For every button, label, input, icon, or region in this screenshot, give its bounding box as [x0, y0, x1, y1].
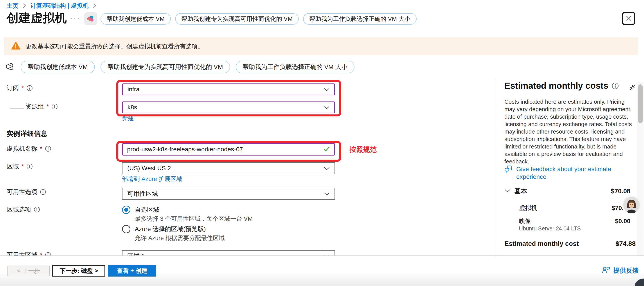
chevron-down-icon — [504, 189, 510, 193]
cost-panel-header: Estimated monthly costs — [504, 81, 619, 91]
create-new-resource-group-link[interactable]: 新建 — [122, 114, 134, 122]
radio-selected-icon — [122, 206, 130, 214]
copilot-outline-icon — [5, 62, 15, 73]
chevron-right-icon — [22, 3, 26, 9]
instance-details-section-title: 实例详细信息 — [6, 129, 48, 138]
radio-azure-selected-zones[interactable]: Azure 选择的区域(预览版) — [122, 225, 206, 233]
chevron-right-icon — [93, 3, 96, 9]
subscription-dropdown[interactable]: infra — [122, 84, 335, 95]
cost-group-label: 基本 — [514, 187, 527, 195]
cost-group-value: $70.08 — [611, 188, 630, 195]
collapse-panel-button[interactable] — [628, 84, 636, 92]
cost-panel-divider — [496, 236, 644, 236]
chevron-down-icon — [324, 190, 330, 197]
annotation-follow-convention: 按照规范 — [350, 145, 377, 154]
cost-row-image: 映像 $0.00 — [519, 217, 630, 225]
cost-group-row[interactable]: 基本 $70.08 — [504, 187, 630, 195]
page-title: 创建虚拟机 — [6, 10, 67, 26]
info-icon[interactable] — [40, 189, 46, 195]
assistant-avatar[interactable] — [622, 196, 640, 214]
vm-name-label: 虚拟机名称 * — [6, 145, 51, 153]
region-value: (US) West US 2 — [127, 165, 171, 172]
region-dropdown[interactable]: (US) West US 2 — [122, 162, 335, 174]
warning-banner: 更改基本选项可能会重置所做的选择。创建虚拟机前查看所有选项。 — [4, 37, 638, 55]
chip-right-vm-size[interactable]: 帮助我为工作负载选择正确的 VM 大小 — [303, 13, 416, 25]
resource-group-value: k8s — [128, 104, 137, 111]
collapse-icon — [629, 84, 636, 92]
required-asterisk: * — [22, 163, 24, 170]
give-feedback-link[interactable]: 提供反馈 — [602, 266, 639, 275]
vm-name-field — [122, 143, 335, 156]
zone-options-label: 区域选项 — [6, 205, 40, 214]
chevron-down-icon — [324, 165, 330, 172]
info-icon[interactable] — [52, 103, 58, 110]
cost-panel-scrollbar[interactable] — [638, 84, 643, 123]
radio-unselected-icon — [122, 225, 130, 233]
subscription-value: infra — [128, 86, 140, 93]
resource-group-label: 资源组 * — [26, 102, 58, 111]
feedback-bubbles-icon — [504, 165, 513, 175]
chip-high-availability-vm[interactable]: 帮助我创建专为实现高可用性而优化的 VM — [100, 61, 230, 73]
copilot-suggestion-chips: 帮助我创建低成本 VM 帮助我创建专为实现高可用性而优化的 VM 帮助我为工作负… — [100, 13, 416, 25]
info-icon[interactable] — [34, 206, 40, 213]
next-step-disks-button[interactable]: 下一步: 磁盘 > — [52, 265, 105, 276]
info-icon[interactable] — [26, 85, 33, 91]
info-icon[interactable] — [612, 82, 619, 89]
estimate-feedback-text: Give feedback about your estimate experi… — [516, 165, 629, 181]
chevron-down-icon — [324, 104, 330, 111]
availability-options-value: 可用性区域 — [127, 190, 158, 198]
cost-total-row: Estimated monthly cost $74.88 — [504, 240, 636, 247]
copilot-button[interactable] — [84, 12, 97, 25]
valid-check-icon — [323, 146, 330, 152]
copilot-icon — [86, 14, 95, 23]
panel-divider — [496, 80, 496, 255]
subscription-label: 订阅 * — [6, 84, 33, 92]
close-button[interactable] — [622, 12, 635, 25]
give-feedback-text: 提供反馈 — [613, 266, 639, 275]
availability-options-label: 可用性选项 — [6, 188, 46, 196]
chevron-down-icon — [324, 86, 330, 93]
chip-high-availability-vm[interactable]: 帮助我创建专为实现高可用性而优化的 VM — [175, 13, 299, 25]
chip-right-vm-size[interactable]: 帮助我为工作负载选择正确的 VM 大小 — [236, 61, 355, 73]
cost-row-image-sub: Ubuntu Server 24.04 LTS — [519, 225, 581, 232]
required-asterisk: * — [40, 145, 42, 152]
tree-connector-vertical — [10, 93, 10, 109]
cost-total-value: $74.88 — [616, 240, 636, 247]
tree-connector-horizontal — [10, 109, 24, 109]
radio-self-selected-desc: 最多选择 3 个可用性区域，每个区域一台 VM — [135, 215, 253, 223]
warning-banner-text: 更改基本选项可能会重置所做的选择。创建虚拟机前查看所有选项。 — [26, 42, 204, 50]
breadcrumb: 主页 计算基础结构 | 虚拟机 — [6, 2, 96, 10]
estimate-feedback-link[interactable]: Give feedback about your estimate experi… — [504, 165, 629, 181]
person-feedback-icon — [602, 266, 610, 275]
cost-panel-description: Costs indicated here are estimates only.… — [504, 98, 635, 165]
review-create-button[interactable]: 查看 + 创建 — [108, 265, 156, 276]
breadcrumb-section-link[interactable]: 计算基础结构 | 虚拟机 — [30, 2, 89, 10]
required-asterisk: * — [46, 103, 49, 110]
chip-low-cost-vm[interactable]: 帮助我创建低成本 VM — [100, 13, 171, 25]
cost-row-vm: 虚拟机 $70.08 — [519, 204, 630, 212]
required-asterisk: * — [22, 85, 24, 92]
warning-icon — [11, 42, 20, 51]
availability-options-dropdown[interactable]: 可用性区域 — [122, 188, 335, 200]
deploy-to-azure-extended-zone-link[interactable]: 部署到 Azure 扩展区域 — [122, 175, 182, 183]
info-icon[interactable] — [26, 163, 33, 170]
cost-total-label: Estimated monthly cost — [504, 240, 578, 247]
vm-name-input[interactable] — [127, 146, 321, 153]
radio-azure-selected-desc: 允许 Azure 根据需要分配最佳区域 — [135, 234, 225, 242]
resource-group-dropdown[interactable]: k8s — [122, 102, 335, 113]
region-label: 区域 * — [6, 162, 33, 171]
close-icon — [625, 15, 632, 23]
previous-step-button[interactable]: < 上一步 — [8, 265, 50, 276]
assist-chips-row: 帮助我创建低成本 VM 帮助我创建专为实现高可用性而优化的 VM 帮助我为工作负… — [5, 61, 354, 73]
chip-low-cost-vm[interactable]: 帮助我创建低成本 VM — [21, 61, 95, 73]
footer-bar: < 上一步 下一步: 磁盘 > 查看 + 创建 提供反馈 — [0, 255, 644, 286]
breadcrumb-home-link[interactable]: 主页 — [6, 2, 18, 10]
info-icon[interactable] — [45, 146, 51, 152]
more-options-button[interactable]: ··· — [70, 14, 80, 23]
radio-self-selected-zones[interactable]: 自选区域 — [122, 206, 159, 214]
cost-panel-title: Estimated monthly costs — [504, 81, 608, 91]
